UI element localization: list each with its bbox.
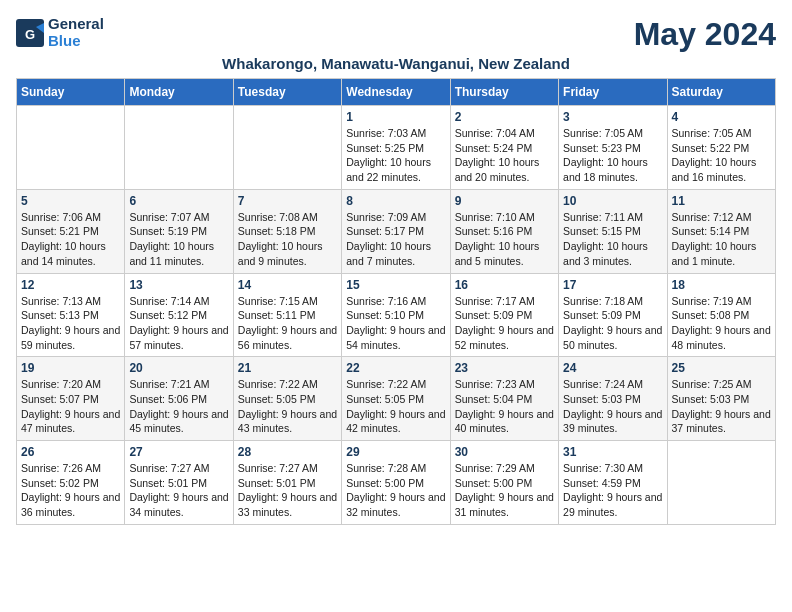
- calendar-cell: 31Sunrise: 7:30 AM Sunset: 4:59 PM Dayli…: [559, 441, 667, 525]
- month-title: May 2024: [634, 16, 776, 53]
- day-info: Sunrise: 7:25 AM Sunset: 5:03 PM Dayligh…: [672, 377, 771, 436]
- calendar-cell: 26Sunrise: 7:26 AM Sunset: 5:02 PM Dayli…: [17, 441, 125, 525]
- calendar-cell: 21Sunrise: 7:22 AM Sunset: 5:05 PM Dayli…: [233, 357, 341, 441]
- calendar-cell: [17, 106, 125, 190]
- calendar-cell: 29Sunrise: 7:28 AM Sunset: 5:00 PM Dayli…: [342, 441, 450, 525]
- logo-general-text: General: [48, 16, 104, 33]
- weekday-header-sunday: Sunday: [17, 79, 125, 106]
- day-info: Sunrise: 7:28 AM Sunset: 5:00 PM Dayligh…: [346, 461, 445, 520]
- day-number: 4: [672, 110, 771, 124]
- weekday-header-friday: Friday: [559, 79, 667, 106]
- day-number: 24: [563, 361, 662, 375]
- day-number: 29: [346, 445, 445, 459]
- calendar-cell: 13Sunrise: 7:14 AM Sunset: 5:12 PM Dayli…: [125, 273, 233, 357]
- calendar-cell: 17Sunrise: 7:18 AM Sunset: 5:09 PM Dayli…: [559, 273, 667, 357]
- day-number: 10: [563, 194, 662, 208]
- day-number: 27: [129, 445, 228, 459]
- weekday-header-wednesday: Wednesday: [342, 79, 450, 106]
- day-number: 1: [346, 110, 445, 124]
- calendar-cell: 14Sunrise: 7:15 AM Sunset: 5:11 PM Dayli…: [233, 273, 341, 357]
- day-number: 19: [21, 361, 120, 375]
- calendar-cell: 6Sunrise: 7:07 AM Sunset: 5:19 PM Daylig…: [125, 189, 233, 273]
- day-info: Sunrise: 7:20 AM Sunset: 5:07 PM Dayligh…: [21, 377, 120, 436]
- day-info: Sunrise: 7:27 AM Sunset: 5:01 PM Dayligh…: [129, 461, 228, 520]
- logo-icon: G: [16, 19, 44, 47]
- day-info: Sunrise: 7:21 AM Sunset: 5:06 PM Dayligh…: [129, 377, 228, 436]
- logo: G General Blue: [16, 16, 104, 49]
- calendar-cell: 4Sunrise: 7:05 AM Sunset: 5:22 PM Daylig…: [667, 106, 775, 190]
- day-info: Sunrise: 7:22 AM Sunset: 5:05 PM Dayligh…: [238, 377, 337, 436]
- weekday-header-tuesday: Tuesday: [233, 79, 341, 106]
- day-info: Sunrise: 7:09 AM Sunset: 5:17 PM Dayligh…: [346, 210, 445, 269]
- location-title: Whakarongo, Manawatu-Wanganui, New Zeala…: [16, 55, 776, 72]
- day-number: 28: [238, 445, 337, 459]
- weekday-header-thursday: Thursday: [450, 79, 558, 106]
- calendar-cell: 10Sunrise: 7:11 AM Sunset: 5:15 PM Dayli…: [559, 189, 667, 273]
- calendar-cell: 16Sunrise: 7:17 AM Sunset: 5:09 PM Dayli…: [450, 273, 558, 357]
- day-info: Sunrise: 7:10 AM Sunset: 5:16 PM Dayligh…: [455, 210, 554, 269]
- calendar-table: SundayMondayTuesdayWednesdayThursdayFrid…: [16, 78, 776, 525]
- calendar-cell: 18Sunrise: 7:19 AM Sunset: 5:08 PM Dayli…: [667, 273, 775, 357]
- day-info: Sunrise: 7:19 AM Sunset: 5:08 PM Dayligh…: [672, 294, 771, 353]
- weekday-header-saturday: Saturday: [667, 79, 775, 106]
- day-info: Sunrise: 7:15 AM Sunset: 5:11 PM Dayligh…: [238, 294, 337, 353]
- day-info: Sunrise: 7:06 AM Sunset: 5:21 PM Dayligh…: [21, 210, 120, 269]
- day-info: Sunrise: 7:03 AM Sunset: 5:25 PM Dayligh…: [346, 126, 445, 185]
- calendar-cell: 20Sunrise: 7:21 AM Sunset: 5:06 PM Dayli…: [125, 357, 233, 441]
- day-number: 31: [563, 445, 662, 459]
- day-info: Sunrise: 7:16 AM Sunset: 5:10 PM Dayligh…: [346, 294, 445, 353]
- day-number: 3: [563, 110, 662, 124]
- calendar-cell: [667, 441, 775, 525]
- day-info: Sunrise: 7:23 AM Sunset: 5:04 PM Dayligh…: [455, 377, 554, 436]
- day-info: Sunrise: 7:04 AM Sunset: 5:24 PM Dayligh…: [455, 126, 554, 185]
- day-number: 18: [672, 278, 771, 292]
- calendar-cell: 1Sunrise: 7:03 AM Sunset: 5:25 PM Daylig…: [342, 106, 450, 190]
- day-info: Sunrise: 7:07 AM Sunset: 5:19 PM Dayligh…: [129, 210, 228, 269]
- day-info: Sunrise: 7:26 AM Sunset: 5:02 PM Dayligh…: [21, 461, 120, 520]
- calendar-cell: [233, 106, 341, 190]
- calendar-cell: 8Sunrise: 7:09 AM Sunset: 5:17 PM Daylig…: [342, 189, 450, 273]
- day-number: 11: [672, 194, 771, 208]
- day-info: Sunrise: 7:08 AM Sunset: 5:18 PM Dayligh…: [238, 210, 337, 269]
- day-info: Sunrise: 7:13 AM Sunset: 5:13 PM Dayligh…: [21, 294, 120, 353]
- calendar-cell: 25Sunrise: 7:25 AM Sunset: 5:03 PM Dayli…: [667, 357, 775, 441]
- calendar-cell: 3Sunrise: 7:05 AM Sunset: 5:23 PM Daylig…: [559, 106, 667, 190]
- calendar-cell: 27Sunrise: 7:27 AM Sunset: 5:01 PM Dayli…: [125, 441, 233, 525]
- calendar-cell: 7Sunrise: 7:08 AM Sunset: 5:18 PM Daylig…: [233, 189, 341, 273]
- day-number: 15: [346, 278, 445, 292]
- day-number: 25: [672, 361, 771, 375]
- calendar-cell: 15Sunrise: 7:16 AM Sunset: 5:10 PM Dayli…: [342, 273, 450, 357]
- calendar-cell: 22Sunrise: 7:22 AM Sunset: 5:05 PM Dayli…: [342, 357, 450, 441]
- day-number: 17: [563, 278, 662, 292]
- day-info: Sunrise: 7:14 AM Sunset: 5:12 PM Dayligh…: [129, 294, 228, 353]
- weekday-header-monday: Monday: [125, 79, 233, 106]
- calendar-cell: 30Sunrise: 7:29 AM Sunset: 5:00 PM Dayli…: [450, 441, 558, 525]
- calendar-cell: 23Sunrise: 7:23 AM Sunset: 5:04 PM Dayli…: [450, 357, 558, 441]
- calendar-cell: 11Sunrise: 7:12 AM Sunset: 5:14 PM Dayli…: [667, 189, 775, 273]
- day-info: Sunrise: 7:27 AM Sunset: 5:01 PM Dayligh…: [238, 461, 337, 520]
- day-info: Sunrise: 7:24 AM Sunset: 5:03 PM Dayligh…: [563, 377, 662, 436]
- calendar-cell: [125, 106, 233, 190]
- day-number: 12: [21, 278, 120, 292]
- logo-blue-text: Blue: [48, 33, 104, 50]
- day-info: Sunrise: 7:22 AM Sunset: 5:05 PM Dayligh…: [346, 377, 445, 436]
- day-number: 22: [346, 361, 445, 375]
- day-info: Sunrise: 7:11 AM Sunset: 5:15 PM Dayligh…: [563, 210, 662, 269]
- day-number: 2: [455, 110, 554, 124]
- calendar-cell: 2Sunrise: 7:04 AM Sunset: 5:24 PM Daylig…: [450, 106, 558, 190]
- svg-text:G: G: [25, 27, 35, 42]
- day-info: Sunrise: 7:05 AM Sunset: 5:23 PM Dayligh…: [563, 126, 662, 185]
- day-number: 23: [455, 361, 554, 375]
- day-info: Sunrise: 7:12 AM Sunset: 5:14 PM Dayligh…: [672, 210, 771, 269]
- calendar-cell: 12Sunrise: 7:13 AM Sunset: 5:13 PM Dayli…: [17, 273, 125, 357]
- day-number: 13: [129, 278, 228, 292]
- day-info: Sunrise: 7:30 AM Sunset: 4:59 PM Dayligh…: [563, 461, 662, 520]
- day-info: Sunrise: 7:17 AM Sunset: 5:09 PM Dayligh…: [455, 294, 554, 353]
- calendar-cell: 24Sunrise: 7:24 AM Sunset: 5:03 PM Dayli…: [559, 357, 667, 441]
- calendar-cell: 9Sunrise: 7:10 AM Sunset: 5:16 PM Daylig…: [450, 189, 558, 273]
- day-number: 21: [238, 361, 337, 375]
- day-number: 8: [346, 194, 445, 208]
- calendar-cell: 28Sunrise: 7:27 AM Sunset: 5:01 PM Dayli…: [233, 441, 341, 525]
- day-number: 20: [129, 361, 228, 375]
- day-number: 7: [238, 194, 337, 208]
